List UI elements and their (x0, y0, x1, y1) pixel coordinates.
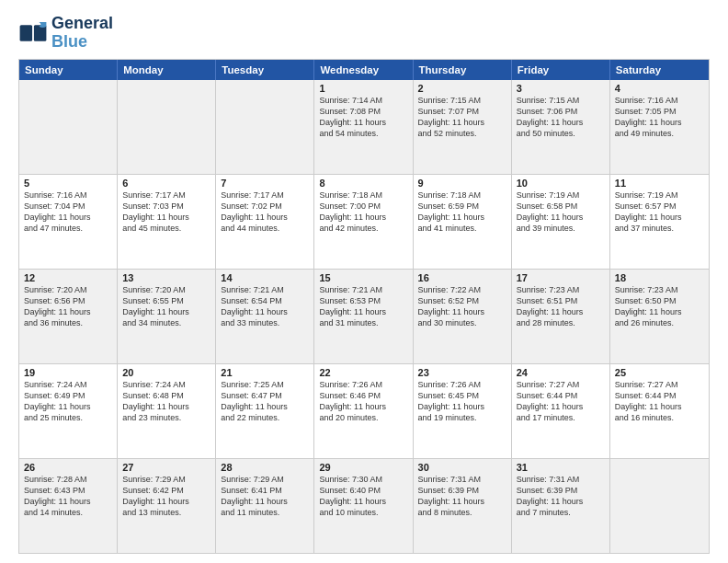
calendar-body: 1Sunrise: 7:14 AM Sunset: 7:08 PM Daylig… (19, 80, 709, 553)
cell-info: Sunrise: 7:28 AM Sunset: 6:43 PM Dayligh… (24, 474, 112, 519)
weekday-header-saturday: Saturday (610, 60, 709, 80)
logo-icon (18, 20, 48, 46)
day-number: 14 (221, 272, 309, 283)
cell-info: Sunrise: 7:31 AM Sunset: 6:39 PM Dayligh… (418, 474, 506, 519)
calendar-cell-1-5: 10Sunrise: 7:19 AM Sunset: 6:58 PM Dayli… (512, 175, 610, 269)
calendar: SundayMondayTuesdayWednesdayThursdayFrid… (18, 59, 710, 554)
cell-info: Sunrise: 7:20 AM Sunset: 6:55 PM Dayligh… (122, 284, 210, 329)
calendar-row-2: 12Sunrise: 7:20 AM Sunset: 6:56 PM Dayli… (19, 270, 709, 364)
calendar-cell-0-2 (216, 80, 314, 174)
day-number: 2 (418, 83, 506, 94)
weekday-header-sunday: Sunday (19, 60, 118, 80)
day-number: 12 (24, 272, 112, 283)
cell-info: Sunrise: 7:17 AM Sunset: 7:02 PM Dayligh… (221, 190, 309, 235)
cell-info: Sunrise: 7:31 AM Sunset: 6:39 PM Dayligh… (517, 474, 605, 519)
day-number: 28 (221, 462, 309, 473)
weekday-header-friday: Friday (512, 60, 610, 80)
calendar-cell-2-5: 17Sunrise: 7:23 AM Sunset: 6:51 PM Dayli… (512, 270, 610, 363)
calendar-header: SundayMondayTuesdayWednesdayThursdayFrid… (19, 60, 709, 80)
day-number: 26 (24, 462, 112, 473)
svg-rect-0 (20, 25, 33, 41)
cell-info: Sunrise: 7:24 AM Sunset: 6:48 PM Dayligh… (122, 379, 210, 424)
cell-info: Sunrise: 7:14 AM Sunset: 7:08 PM Dayligh… (319, 95, 407, 140)
cell-info: Sunrise: 7:16 AM Sunset: 7:05 PM Dayligh… (615, 95, 704, 140)
day-number: 20 (122, 367, 210, 378)
calendar-cell-0-1 (118, 80, 216, 174)
calendar-cell-3-6: 25Sunrise: 7:27 AM Sunset: 6:44 PM Dayli… (610, 364, 709, 458)
day-number: 17 (517, 272, 605, 283)
calendar-cell-4-3: 29Sunrise: 7:30 AM Sunset: 6:40 PM Dayli… (314, 459, 413, 553)
calendar-row-4: 26Sunrise: 7:28 AM Sunset: 6:43 PM Dayli… (19, 459, 709, 553)
day-number: 24 (517, 367, 605, 378)
cell-info: Sunrise: 7:19 AM Sunset: 6:58 PM Dayligh… (517, 190, 605, 235)
cell-info: Sunrise: 7:27 AM Sunset: 6:44 PM Dayligh… (615, 379, 704, 424)
calendar-cell-4-6 (610, 459, 709, 553)
day-number: 7 (221, 178, 309, 189)
day-number: 9 (418, 178, 506, 189)
calendar-cell-2-2: 14Sunrise: 7:21 AM Sunset: 6:54 PM Dayli… (216, 270, 314, 363)
calendar-cell-2-4: 16Sunrise: 7:22 AM Sunset: 6:52 PM Dayli… (414, 270, 512, 363)
calendar-cell-3-4: 23Sunrise: 7:26 AM Sunset: 6:45 PM Dayli… (414, 364, 512, 458)
cell-info: Sunrise: 7:18 AM Sunset: 6:59 PM Dayligh… (418, 190, 506, 235)
cell-info: Sunrise: 7:26 AM Sunset: 6:46 PM Dayligh… (319, 379, 407, 424)
day-number: 18 (615, 272, 704, 283)
day-number: 13 (122, 272, 210, 283)
cell-info: Sunrise: 7:15 AM Sunset: 7:07 PM Dayligh… (418, 95, 506, 140)
cell-info: Sunrise: 7:16 AM Sunset: 7:04 PM Dayligh… (24, 190, 112, 235)
calendar-cell-4-5: 31Sunrise: 7:31 AM Sunset: 6:39 PM Dayli… (512, 459, 610, 553)
logo-text: General Blue (51, 15, 113, 52)
calendar-cell-2-6: 18Sunrise: 7:23 AM Sunset: 6:50 PM Dayli… (610, 270, 709, 363)
weekday-header-monday: Monday (118, 60, 216, 80)
day-number: 23 (418, 367, 506, 378)
calendar-cell-0-3: 1Sunrise: 7:14 AM Sunset: 7:08 PM Daylig… (314, 80, 413, 174)
calendar-row-0: 1Sunrise: 7:14 AM Sunset: 7:08 PM Daylig… (19, 80, 709, 175)
day-number: 30 (418, 462, 506, 473)
calendar-cell-2-1: 13Sunrise: 7:20 AM Sunset: 6:55 PM Dayli… (118, 270, 216, 363)
calendar-cell-1-2: 7Sunrise: 7:17 AM Sunset: 7:02 PM Daylig… (216, 175, 314, 269)
logo: General Blue (18, 15, 113, 52)
calendar-row-1: 5Sunrise: 7:16 AM Sunset: 7:04 PM Daylig… (19, 175, 709, 270)
weekday-header-thursday: Thursday (414, 60, 512, 80)
cell-info: Sunrise: 7:29 AM Sunset: 6:42 PM Dayligh… (122, 474, 210, 519)
day-number: 11 (615, 178, 704, 189)
weekday-header-tuesday: Tuesday (216, 60, 314, 80)
calendar-cell-1-1: 6Sunrise: 7:17 AM Sunset: 7:03 PM Daylig… (118, 175, 216, 269)
cell-info: Sunrise: 7:30 AM Sunset: 6:40 PM Dayligh… (319, 474, 407, 519)
calendar-cell-2-3: 15Sunrise: 7:21 AM Sunset: 6:53 PM Dayli… (314, 270, 413, 363)
cell-info: Sunrise: 7:29 AM Sunset: 6:41 PM Dayligh… (221, 474, 309, 519)
cell-info: Sunrise: 7:17 AM Sunset: 7:03 PM Dayligh… (122, 190, 210, 235)
cell-info: Sunrise: 7:22 AM Sunset: 6:52 PM Dayligh… (418, 284, 506, 329)
page: General Blue SundayMondayTuesdayWednesda… (0, 0, 728, 563)
cell-info: Sunrise: 7:21 AM Sunset: 6:54 PM Dayligh… (221, 284, 309, 329)
day-number: 29 (319, 462, 407, 473)
day-number: 15 (319, 272, 407, 283)
calendar-cell-4-4: 30Sunrise: 7:31 AM Sunset: 6:39 PM Dayli… (414, 459, 512, 553)
day-number: 6 (122, 178, 210, 189)
day-number: 27 (122, 462, 210, 473)
day-number: 5 (24, 178, 112, 189)
day-number: 22 (319, 367, 407, 378)
calendar-cell-2-0: 12Sunrise: 7:20 AM Sunset: 6:56 PM Dayli… (19, 270, 118, 363)
day-number: 1 (319, 83, 407, 94)
calendar-cell-3-2: 21Sunrise: 7:25 AM Sunset: 6:47 PM Dayli… (216, 364, 314, 458)
cell-info: Sunrise: 7:19 AM Sunset: 6:57 PM Dayligh… (615, 190, 704, 235)
header: General Blue (18, 15, 710, 52)
calendar-cell-1-0: 5Sunrise: 7:16 AM Sunset: 7:04 PM Daylig… (19, 175, 118, 269)
cell-info: Sunrise: 7:21 AM Sunset: 6:53 PM Dayligh… (319, 284, 407, 329)
cell-info: Sunrise: 7:24 AM Sunset: 6:49 PM Dayligh… (24, 379, 112, 424)
calendar-cell-1-6: 11Sunrise: 7:19 AM Sunset: 6:57 PM Dayli… (610, 175, 709, 269)
cell-info: Sunrise: 7:23 AM Sunset: 6:51 PM Dayligh… (517, 284, 605, 329)
day-number: 31 (517, 462, 605, 473)
cell-info: Sunrise: 7:23 AM Sunset: 6:50 PM Dayligh… (615, 284, 704, 329)
weekday-header-wednesday: Wednesday (314, 60, 413, 80)
day-number: 16 (418, 272, 506, 283)
calendar-cell-1-4: 9Sunrise: 7:18 AM Sunset: 6:59 PM Daylig… (414, 175, 512, 269)
day-number: 8 (319, 178, 407, 189)
calendar-cell-3-1: 20Sunrise: 7:24 AM Sunset: 6:48 PM Dayli… (118, 364, 216, 458)
day-number: 3 (517, 83, 605, 94)
cell-info: Sunrise: 7:27 AM Sunset: 6:44 PM Dayligh… (517, 379, 605, 424)
day-number: 19 (24, 367, 112, 378)
calendar-cell-0-5: 3Sunrise: 7:15 AM Sunset: 7:06 PM Daylig… (512, 80, 610, 174)
calendar-cell-4-0: 26Sunrise: 7:28 AM Sunset: 6:43 PM Dayli… (19, 459, 118, 553)
calendar-cell-4-2: 28Sunrise: 7:29 AM Sunset: 6:41 PM Dayli… (216, 459, 314, 553)
